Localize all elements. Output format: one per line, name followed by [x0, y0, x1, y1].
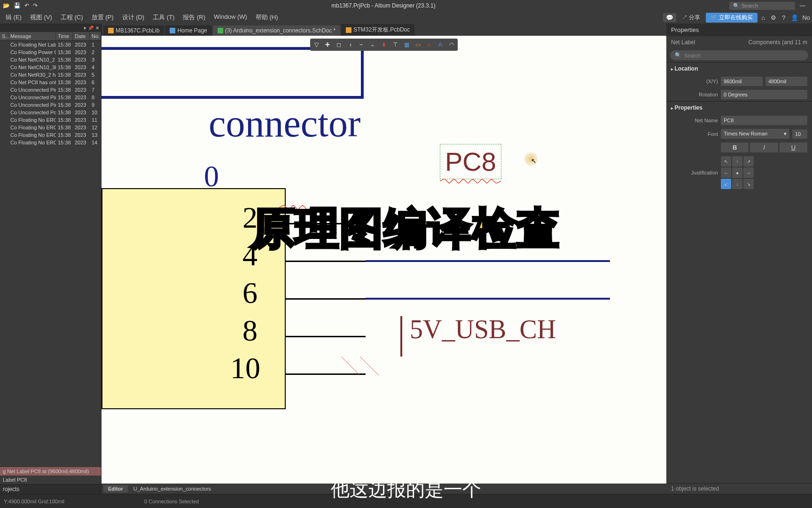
pin-number: 10	[230, 351, 260, 386]
message-row[interactable]: Co Floating No ERC at15:38202311	[0, 116, 101, 124]
menu-item[interactable]: 工程 (C)	[57, 12, 87, 23]
message-detail-selected[interactable]: g Net Label PC8 at (9600mil,4800mil)	[0, 467, 101, 476]
filter-icon[interactable]: ▽	[311, 40, 321, 50]
user-icon[interactable]: 👤	[789, 14, 800, 21]
projects-tab[interactable]: rojects	[0, 484, 101, 494]
just-bl[interactable]: ↙	[721, 179, 731, 189]
doc-tab[interactable]: MB1367C.PcbLib	[103, 25, 164, 36]
wire[interactable]	[102, 96, 364, 99]
titlebar: 📂 💾 ↶ ↷ mb1367.PrjPcb - Altium Designer …	[0, 0, 812, 11]
editor-tab[interactable]: Editor	[103, 485, 128, 492]
settings-icon[interactable]: ⚙	[769, 14, 778, 21]
net-name-5v[interactable]: 5V_USB_CH	[410, 314, 556, 344]
folder-icon[interactable]: 📂	[3, 2, 10, 9]
message-row[interactable]: Co Net PC8 has only or15:3820236	[0, 79, 101, 86]
message-row[interactable]: Co Unconnected Pin Cf15:3820238	[0, 94, 101, 101]
align-right-icon[interactable]: ⫠	[367, 40, 378, 50]
just-tl[interactable]: ↖	[721, 156, 731, 167]
doc-tab[interactable]: Home Page	[165, 25, 211, 36]
message-row[interactable]: Co Unconnected Pin Cf15:3820237	[0, 86, 101, 94]
doc-tab[interactable]: STM32开发板.PcbDoc	[341, 24, 414, 36]
text-icon[interactable]: A	[435, 40, 445, 50]
home-icon[interactable]: ⌂	[759, 14, 767, 21]
message-row[interactable]: Co Unconnected Pin R315:3820239	[0, 101, 101, 109]
snap-icon[interactable]: ▭	[413, 40, 423, 50]
minimize-button[interactable]: —	[797, 2, 808, 9]
video-overlay-title: 原理图编译检查	[251, 199, 561, 258]
menu-item[interactable]: 工具 (T)	[149, 12, 178, 23]
underline-button[interactable]: U	[780, 143, 807, 152]
save-icon[interactable]: 💾	[14, 2, 21, 9]
message-row[interactable]: Co Unconnected Power15:38202310	[0, 109, 101, 116]
menu-item[interactable]: 帮助 (H)	[252, 12, 282, 23]
message-row[interactable]: Co Floating No ERC at15:38202313	[0, 131, 101, 139]
menu-item[interactable]: 报告 (R)	[179, 12, 209, 23]
menu-item[interactable]: 放置 (P)	[88, 12, 117, 23]
no-erc-marker[interactable]	[341, 357, 379, 375]
pin-icon[interactable]: ▾	[84, 25, 86, 31]
just-bc[interactable]: ↓	[732, 179, 742, 189]
message-row[interactable]: Co Floating No ERC at15:38202314	[0, 139, 101, 146]
help-icon[interactable]: ?	[780, 14, 787, 21]
x-input[interactable]: 9600mil	[721, 77, 763, 86]
move-icon[interactable]: ✚	[322, 40, 333, 50]
chat-icon[interactable]: 💬	[663, 13, 676, 22]
sheet-tab[interactable]: U_Arduino_extension_connectors	[129, 485, 216, 492]
message-row[interactable]: Co Floating Power Obje15:3820232	[0, 48, 101, 56]
arc-icon[interactable]: ◠	[446, 40, 457, 50]
search-icon: 🔍	[675, 52, 681, 58]
menu-item[interactable]: 视图 (V)	[26, 12, 56, 23]
pin-wire[interactable]	[286, 336, 366, 337]
message-row[interactable]: Co Net NetCN10_2 has15:3820233	[0, 56, 101, 64]
menu-item[interactable]: 辑 (E)	[2, 12, 25, 23]
netname-input[interactable]: PC8	[721, 116, 807, 125]
align-center-icon[interactable]: ⫟	[356, 40, 367, 50]
align-left-icon[interactable]: ⫞	[345, 40, 355, 50]
select-icon[interactable]: ◻	[334, 40, 344, 50]
message-row[interactable]: Co Floating No ERC at15:38202312	[0, 124, 101, 131]
properties-search[interactable]: 🔍 Search	[670, 50, 808, 60]
wire-icon[interactable]: ○	[424, 40, 434, 50]
bold-button[interactable]: B	[721, 143, 749, 152]
buy-button[interactable]: 🛒 立即在线购买	[706, 13, 757, 23]
doc-tab[interactable]: (3) Arduino_extension_connectors.SchDoc …	[213, 25, 340, 36]
just-tr[interactable]: ↗	[743, 156, 754, 167]
just-mc[interactable]: ●	[732, 167, 742, 178]
just-tc[interactable]: ↑	[732, 156, 742, 167]
just-mr[interactable]: →	[743, 167, 754, 178]
close-icon[interactable]: ✕	[95, 25, 99, 31]
wire[interactable]	[361, 47, 364, 99]
message-row[interactable]: Co Net NetCN10_38 ha15:3820234	[0, 64, 101, 71]
schematic-canvas[interactable]: ▽ ✚ ◻ ⫞ ⫟ ⫠ ⬇ ⊤ ▦ ▭ ○ A ◠ connector 0 P	[102, 36, 666, 484]
menu-item[interactable]: Window (W)	[210, 12, 251, 23]
align-top-icon[interactable]: ⊤	[390, 40, 400, 50]
global-search[interactable]: 🔍 Search	[729, 2, 795, 10]
filter-info[interactable]: Components (and 11 m	[749, 39, 807, 46]
undo-icon[interactable]: ↶	[24, 2, 29, 9]
menu-item[interactable]: 设计 (D)	[118, 12, 148, 23]
just-br[interactable]: ↘	[743, 179, 754, 189]
fontsize-input[interactable]: 10	[792, 129, 807, 139]
font-select[interactable]: Times New Roman▾	[721, 129, 789, 139]
y-input[interactable]: 4800mil	[765, 77, 807, 86]
power-port[interactable]	[400, 316, 402, 357]
rotation-input[interactable]: 0 Degrees	[721, 90, 807, 99]
props-section[interactable]: Properties	[666, 102, 812, 114]
pin-wire[interactable]	[286, 298, 366, 300]
net-label-pc8[interactable]: PC8	[440, 144, 501, 179]
grid-icon[interactable]: ▦	[401, 40, 412, 50]
just-ml[interactable]: ←	[721, 167, 731, 178]
distribute-icon[interactable]: ⬇	[379, 40, 389, 50]
wire[interactable]	[366, 298, 610, 300]
wire[interactable]	[366, 260, 610, 262]
search-icon: 🔍	[733, 3, 740, 9]
share-button[interactable]: ↗ 分享	[678, 13, 704, 23]
location-section[interactable]: Location	[666, 63, 812, 75]
italic-button[interactable]: I	[750, 143, 778, 152]
pin-icon[interactable]: 📌	[88, 25, 94, 31]
message-row[interactable]: Co Net NetR30_2 has c15:3820235	[0, 71, 101, 79]
message-row[interactable]: Co Floating Net Label P15:3820231	[0, 41, 101, 48]
pin-wire[interactable]	[286, 261, 366, 262]
redo-icon[interactable]: ↷	[33, 2, 38, 9]
justification-grid: ↖ ↑ ↗ ← ● → ↙ ↓ ↘	[721, 156, 754, 189]
